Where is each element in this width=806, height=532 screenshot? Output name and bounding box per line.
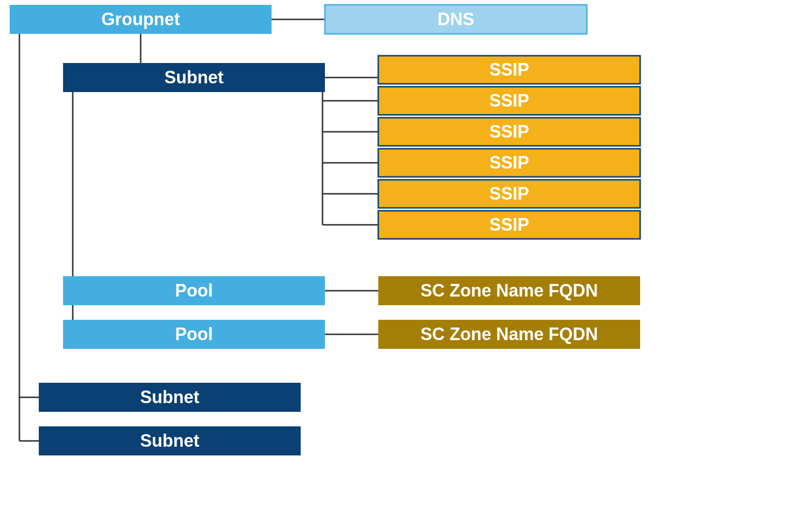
boxes: GroupnetDNSSubnetSSIPSSIPSSIPSSIPSSIPSSI… xyxy=(10,5,640,455)
subnet-1-label: Subnet xyxy=(164,67,224,87)
ssip-1-label: SSIP xyxy=(489,60,529,79)
groupnet-label: Groupnet xyxy=(101,9,180,29)
pool-1-label: Pool xyxy=(175,281,213,300)
subnet-3-label: Subnet xyxy=(140,431,199,451)
ssip-3-label: SSIP xyxy=(489,122,529,141)
sczone-2-label: SC Zone Name FQDN xyxy=(420,324,598,344)
ssip-5-label: SSIP xyxy=(489,184,529,203)
subnet-2-label: Subnet xyxy=(140,387,199,407)
pool-2-label: Pool xyxy=(175,324,213,344)
sczone-1-label: SC Zone Name FQDN xyxy=(420,281,598,300)
ssip-2-label: SSIP xyxy=(489,91,529,110)
ssip-4-label: SSIP xyxy=(489,153,529,172)
ssip-6-label: SSIP xyxy=(489,215,529,235)
dns-label: DNS xyxy=(437,9,474,29)
